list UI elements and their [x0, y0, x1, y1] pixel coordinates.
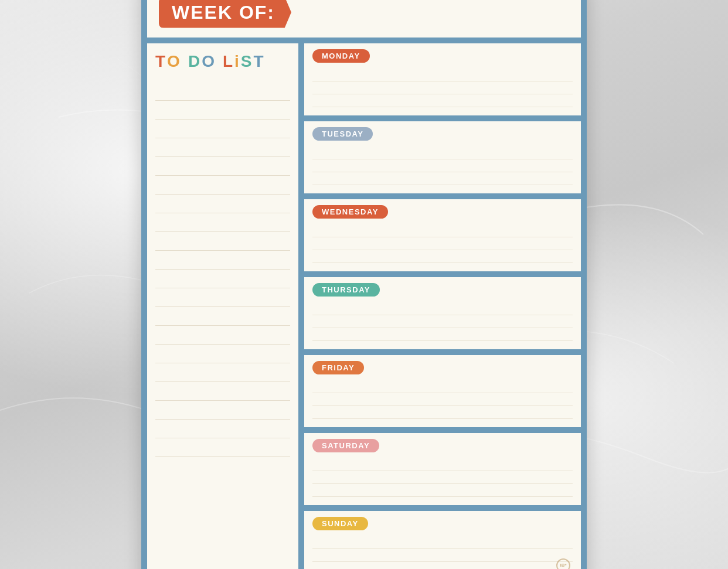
todo-line — [155, 82, 290, 101]
day-line — [312, 484, 573, 497]
todo-line — [155, 288, 290, 307]
todo-line — [155, 345, 290, 363]
todo-line — [155, 176, 290, 195]
day-badge-tuesday: TUESDAY — [312, 127, 373, 141]
day-badge-friday: FRiDAY — [312, 361, 364, 374]
days-column: MONDAY TUESDAY — [304, 43, 581, 570]
day-section-friday: FRiDAY — [304, 355, 581, 433]
day-line — [312, 315, 573, 328]
day-label-friday: FRiDAY — [322, 363, 355, 372]
day-line — [312, 224, 573, 237]
todo-line — [155, 401, 290, 420]
todo-line — [155, 232, 290, 251]
week-of-label: WEEK OF: — [172, 2, 275, 23]
todo-line — [155, 420, 290, 438]
thursday-lines — [312, 302, 573, 341]
day-section-sunday: SUNDAY IB* — [304, 511, 581, 570]
day-section-monday: MONDAY — [304, 43, 581, 121]
day-badge-monday: MONDAY — [312, 49, 370, 63]
day-line — [312, 69, 573, 81]
day-badge-saturday: SATURDAY — [312, 439, 379, 452]
day-line — [312, 549, 573, 562]
todo-line — [155, 251, 290, 270]
day-label-monday: MONDAY — [322, 52, 360, 60]
todo-line — [155, 138, 290, 157]
todo-line — [155, 363, 290, 382]
day-badge-thursday: THURSDAY — [312, 283, 380, 297]
todo-letter-i: i — [234, 53, 239, 71]
todo-line — [155, 438, 290, 457]
todo-letter-O1: O — [167, 53, 180, 71]
tuesday-lines — [312, 146, 573, 185]
day-line — [312, 380, 573, 393]
day-line — [312, 302, 573, 315]
todo-letter-D: D — [188, 53, 200, 71]
day-section-saturday: SATURDAY — [304, 433, 581, 511]
wednesday-lines — [312, 224, 573, 263]
day-line — [312, 458, 573, 471]
day-line — [312, 536, 573, 549]
todo-letter-L: L — [223, 53, 233, 71]
day-line — [312, 471, 573, 484]
day-line — [312, 81, 573, 94]
todo-line — [155, 101, 290, 120]
main-content: TODOLiST — [147, 43, 581, 570]
day-line — [312, 159, 573, 172]
watermark: IB* — [556, 558, 570, 570]
day-line — [312, 406, 573, 419]
todo-lines — [155, 77, 290, 569]
todo-line — [155, 326, 290, 345]
friday-lines — [312, 380, 573, 419]
todo-line — [155, 307, 290, 326]
todo-letter-O2: O — [202, 53, 215, 71]
day-section-wednesday: WEDNESDAY — [304, 199, 581, 277]
day-label-tuesday: TUESDAY — [322, 130, 363, 138]
todo-line — [155, 120, 290, 138]
todo-letter-T2: T — [253, 53, 263, 71]
todo-line — [155, 157, 290, 176]
todo-column: TODOLiST — [147, 43, 304, 570]
day-label-sunday: SUNDAY — [322, 519, 359, 528]
todo-line — [155, 195, 290, 213]
saturday-lines — [312, 458, 573, 497]
day-line — [312, 562, 573, 570]
planner-container: WEEK OF: TODOLiST — [141, 0, 587, 569]
day-label-thursday: THURSDAY — [322, 285, 370, 294]
todo-letter-S: S — [241, 53, 252, 71]
day-line — [312, 146, 573, 159]
sunday-lines — [312, 536, 573, 570]
day-badge-wednesday: WEDNESDAY — [312, 205, 388, 219]
todo-letter-T: T — [155, 53, 165, 71]
day-line — [312, 328, 573, 341]
day-line — [312, 250, 573, 263]
monday-lines — [312, 69, 573, 107]
todo-line — [155, 382, 290, 401]
day-line — [312, 172, 573, 185]
header-section: WEEK OF: — [147, 0, 581, 43]
day-label-wednesday: WEDNESDAY — [322, 207, 379, 216]
todo-title: TODOLiST — [155, 53, 290, 71]
todo-line — [155, 213, 290, 232]
todo-line — [155, 270, 290, 288]
day-line — [312, 393, 573, 406]
week-of-banner: WEEK OF: — [159, 0, 291, 28]
day-line — [312, 94, 573, 107]
day-section-thursday: THURSDAY — [304, 277, 581, 355]
day-label-saturday: SATURDAY — [322, 441, 370, 450]
day-section-tuesday: TUESDAY — [304, 121, 581, 199]
planner-inner: WEEK OF: TODOLiST — [147, 0, 581, 569]
day-line — [312, 237, 573, 250]
day-badge-sunday: SUNDAY — [312, 517, 368, 530]
